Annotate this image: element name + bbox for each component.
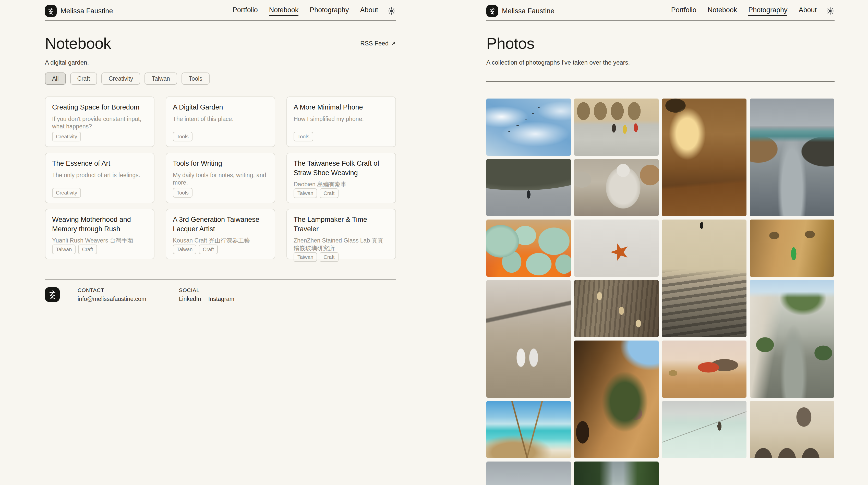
photo-cloister-arches[interactable] <box>750 401 834 458</box>
notebook-card-creating-space-for-boredom[interactable]: Creating Space for BoredomIf you don't p… <box>45 96 154 147</box>
brand-name[interactable]: Melissa Faustine <box>502 7 555 15</box>
card-description: How I simplified my phone. <box>293 116 389 123</box>
photo-havana-street-football[interactable] <box>574 99 659 156</box>
page-head: Notebook RSS Feed <box>45 34 396 52</box>
notebook-card-a-more-minimal-phone[interactable]: A More Minimal PhoneHow I simplified my … <box>286 96 396 147</box>
card-tag-craft: Craft <box>78 245 97 254</box>
card-description: Daobien 島編有潮事 <box>293 181 389 188</box>
photo-harvester-field[interactable] <box>662 341 746 398</box>
photo-stone-stairs-figure[interactable] <box>662 220 746 337</box>
rss-feed-link[interactable]: RSS Feed <box>360 40 396 47</box>
social-label: SOCIAL <box>179 287 235 293</box>
photo-flowered-facade[interactable] <box>574 341 659 458</box>
card-title: A Digital Garden <box>173 103 268 112</box>
card-tags: Tools <box>173 132 268 141</box>
page-subtitle: A collection of photographs I've taken o… <box>486 59 835 66</box>
brand-glyph-icon <box>488 7 497 15</box>
external-arrow-icon <box>391 41 396 46</box>
photo-column-3 <box>662 99 746 458</box>
card-title: Tools for Writing <box>173 159 268 168</box>
notebook-card-the-lampmaker-time-traveler[interactable]: The Lampmaker & Time TravelerZhenZhen St… <box>286 209 396 259</box>
site-logo[interactable] <box>45 5 57 17</box>
photography-page: Melissa Faustine PortfolioNotebookPhotog… <box>434 0 868 485</box>
photo-kiln-ceramics[interactable] <box>486 220 571 277</box>
theme-toggle-button[interactable] <box>826 7 835 15</box>
social-links: LinkedInInstagram <box>179 296 235 302</box>
card-tag-craft: Craft <box>199 245 218 254</box>
main-nav: PortfolioNotebookPhotographyAbout <box>671 6 817 16</box>
card-title: A 3rd Generation Taiwanese Lacquer Artis… <box>173 215 268 233</box>
photo-protective-suit-craftsman[interactable] <box>574 159 659 216</box>
photo-sky-birds[interactable] <box>486 99 571 156</box>
footer-divider <box>45 279 396 280</box>
nav-link-about[interactable]: About <box>799 6 817 16</box>
filter-bar: AllCraftCreativityTaiwanTools <box>45 72 396 85</box>
contact-label: CONTACT <box>78 287 146 293</box>
card-tags: Tools <box>173 188 268 198</box>
notebook-card-a-digital-garden[interactable]: A Digital GardenThe intent of this place… <box>166 96 275 147</box>
photo-beach-trees-figure[interactable] <box>574 461 659 485</box>
photo-tavern-interior[interactable] <box>662 99 746 216</box>
nav-link-about[interactable]: About <box>360 6 378 16</box>
footer-social-block: SOCIAL LinkedInInstagram <box>179 287 235 302</box>
photo-tree-bark-cicadas[interactable] <box>574 280 659 337</box>
nav-link-portfolio[interactable]: Portfolio <box>232 6 258 16</box>
card-tags: Creativity <box>52 188 147 198</box>
nav-link-notebook[interactable]: Notebook <box>269 6 299 16</box>
photo-driftwood-beach[interactable] <box>486 401 571 458</box>
filter-all[interactable]: All <box>45 72 66 85</box>
brand-glyph-icon <box>47 289 58 300</box>
site-logo[interactable] <box>486 5 498 17</box>
filter-tools[interactable]: Tools <box>182 72 210 85</box>
card-tags: TaiwanCraft <box>293 188 389 198</box>
photo-column-4 <box>750 99 834 458</box>
card-title: Creating Space for Boredom <box>52 103 147 112</box>
card-description: The intent of this place. <box>173 116 268 123</box>
card-description: Kousan Craft 光山行漆器工藝 <box>173 237 268 245</box>
filter-taiwan[interactable]: Taiwan <box>145 72 177 85</box>
notebook-card-a-3rd-generation-taiwanese-lacquer-artist[interactable]: A 3rd Generation Taiwanese Lacquer Artis… <box>166 209 275 259</box>
nav-link-portfolio[interactable]: Portfolio <box>671 6 696 16</box>
photo-pebble-beach[interactable] <box>486 159 571 216</box>
notebook-card-tools-for-writing[interactable]: Tools for WritingMy daily tools for note… <box>166 153 275 203</box>
social-link-linkedin[interactable]: LinkedIn <box>179 296 201 302</box>
site-header: Melissa Faustine PortfolioNotebookPhotog… <box>45 0 396 21</box>
page-title: Photos <box>486 34 534 52</box>
card-tags: TaiwanCraft <box>52 245 147 254</box>
nav-link-notebook[interactable]: Notebook <box>708 6 737 16</box>
card-tag-craft: Craft <box>320 252 338 262</box>
social-link-instagram[interactable]: Instagram <box>208 296 235 302</box>
nav-link-photography[interactable]: Photography <box>310 6 349 16</box>
card-tag-tools: Tools <box>293 132 313 141</box>
theme-toggle-button[interactable] <box>387 7 396 15</box>
card-tags: Tools <box>293 132 389 141</box>
page-head: Photos <box>486 34 835 52</box>
card-description: If you don't provide constant input, wha… <box>52 116 147 131</box>
contact-email[interactable]: info@melissafaustine.com <box>78 296 146 302</box>
sun-icon <box>827 7 834 15</box>
filter-craft[interactable]: Craft <box>70 72 97 85</box>
photo-starfish-sand[interactable] <box>574 220 659 277</box>
photo-taiwan-alley-plants[interactable] <box>750 280 834 398</box>
photo-stormy-coast[interactable] <box>486 461 571 485</box>
main-nav: PortfolioNotebookPhotographyAbout <box>232 6 378 16</box>
card-tag-taiwan: Taiwan <box>293 188 317 198</box>
photo-church-statues[interactable] <box>486 280 571 398</box>
photo-grid <box>486 99 835 485</box>
photos-divider <box>486 81 835 82</box>
footer-logo[interactable] <box>45 287 60 302</box>
brand-name[interactable]: Melissa Faustine <box>61 7 113 15</box>
nav-link-photography[interactable]: Photography <box>748 6 787 16</box>
photo-rocky-stream-coast[interactable] <box>750 99 834 216</box>
rss-feed-label: RSS Feed <box>360 40 389 47</box>
card-description: ZhenZhen Stained Glass Lab 真真 鑲嵌玻璃研究所 <box>293 237 389 252</box>
card-tag-tools: Tools <box>173 132 192 141</box>
notebook-card-the-essence-of-art[interactable]: The Essence of ArtThe only product of ar… <box>45 153 154 203</box>
filter-creativity[interactable]: Creativity <box>101 72 140 85</box>
notebook-card-weaving-motherhood-and-memory-through-rush[interactable]: Weaving Motherhood and Memory through Ru… <box>45 209 154 259</box>
sun-icon <box>388 7 396 15</box>
notebook-card-the-taiwanese-folk-craft-of-straw-shoe-weaving[interactable]: The Taiwanese Folk Craft of Straw Shoe W… <box>286 153 396 203</box>
photo-green-dress-courtyard[interactable] <box>750 220 834 277</box>
card-tag-taiwan: Taiwan <box>173 245 196 254</box>
photo-wading-fisherman[interactable] <box>662 401 746 458</box>
